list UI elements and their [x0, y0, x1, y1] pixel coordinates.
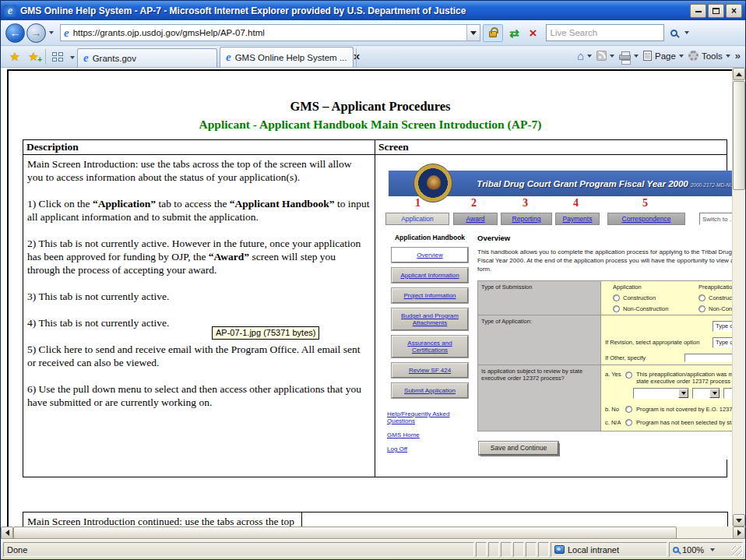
sidebar-link-gms-home[interactable]: GMS Home: [387, 431, 457, 438]
sidebar-button-review-sf-424[interactable]: Review SF 424: [392, 363, 468, 378]
zoom-magnifier-icon: [673, 547, 679, 553]
horizontal-scrollbar[interactable]: [1, 527, 745, 539]
tab-grants-gov[interactable]: e Grants.gov: [77, 48, 217, 67]
if-other-label: If Other, specify: [605, 354, 646, 361]
tools-menu-label: Tools: [702, 51, 723, 61]
step-number-4: 4: [573, 197, 579, 210]
search-icon: [670, 30, 677, 37]
back-button[interactable]: ←: [5, 23, 25, 43]
dropdown-arrow-icon[interactable]: [678, 389, 688, 398]
application-column-label: Application: [613, 284, 698, 291]
gms-tab-application[interactable]: Application: [385, 213, 449, 225]
new-tab-stub[interactable]: [356, 48, 378, 67]
scroll-up-button[interactable]: [733, 68, 745, 80]
review-day-select[interactable]: [692, 388, 720, 399]
print-button[interactable]: [619, 51, 639, 60]
url-text[interactable]: https://grants.ojp.usdoj.gov/gmsHelp/AP-…: [73, 28, 466, 37]
minimize-button[interactable]: [690, 4, 706, 18]
gms-step-numbers: 123456: [384, 196, 732, 213]
zoom-control[interactable]: 100%: [669, 542, 743, 557]
quick-tabs-button[interactable]: [48, 48, 67, 65]
gms-tab-payments[interactable]: Payments: [555, 213, 600, 225]
gms-banner-title: Tribal Drug Court Grant Program Fiscal Y…: [453, 179, 732, 188]
application-construction-radio[interactable]: [613, 294, 620, 301]
vertical-scrollbar[interactable]: [732, 68, 745, 527]
page-menu-button[interactable]: Page: [643, 51, 684, 61]
application-non-construction-radio[interactable]: [613, 305, 620, 312]
option-b-radio[interactable]: [625, 406, 632, 413]
scroll-right-button[interactable]: [733, 527, 745, 539]
sidebar-button-applicant-information[interactable]: Applicant Information: [392, 268, 468, 283]
home-button[interactable]: ⌂: [577, 50, 592, 62]
maximize-button[interactable]: [708, 4, 724, 18]
gms-tab-correspondence[interactable]: Correspondence: [607, 213, 685, 225]
resize-grip[interactable]: [732, 546, 742, 556]
preapplication-non-construction-radio[interactable]: [698, 305, 706, 312]
zoom-dropdown-icon[interactable]: [710, 548, 715, 551]
sidebar-button-submit-application[interactable]: Submit Application: [392, 383, 468, 398]
page-menu-label: Page: [655, 51, 676, 61]
help-page: GMS – Applicant Procedures Applicant - A…: [7, 69, 732, 527]
security-zone: Local intranet: [551, 542, 667, 557]
sidebar-link-log-off[interactable]: Log Off: [387, 446, 457, 453]
sidebar-button-overview[interactable]: Overview: [392, 248, 468, 262]
address-dropdown-button[interactable]: [466, 25, 480, 41]
review-year-select[interactable]: [723, 388, 732, 399]
stop-button[interactable]: ×: [526, 24, 541, 42]
sidebar-link-help-frequently-asked-questions[interactable]: Help/Frequently Asked Questions: [387, 410, 457, 424]
continued-screen-cell: [302, 512, 728, 527]
gms-tab-award[interactable]: Award: [453, 213, 498, 225]
tools-menu-button[interactable]: Tools: [688, 51, 730, 61]
type-of-revision-select[interactable]: Type of Revision: [713, 337, 732, 348]
option-c-text: Program has not been selected by state f…: [636, 419, 732, 426]
dropdown-arrow-icon[interactable]: [709, 389, 720, 398]
other-specify-input[interactable]: [684, 354, 732, 362]
toolbar-overflow-icon[interactable]: »: [735, 50, 741, 62]
address-bar[interactable]: e https://grants.ojp.usdoj.gov/gmsHelp/A…: [60, 24, 480, 41]
switch-to-select[interactable]: Switch to ...: [699, 213, 732, 225]
search-button[interactable]: [667, 24, 681, 42]
gms-banner-code: 2000-2172-MD-NU: [691, 182, 732, 188]
overview-heading: Overview: [477, 234, 732, 242]
tab-list-dropdown-icon[interactable]: [70, 56, 75, 59]
add-favorite-button[interactable]: ★+: [24, 48, 43, 65]
review-month-select[interactable]: [633, 388, 689, 399]
vertical-scroll-thumb[interactable]: [733, 81, 745, 190]
gear-icon: [688, 51, 698, 61]
content-area: GMS – Applicant Procedures Applicant - A…: [1, 68, 746, 541]
option-a-radio[interactable]: [625, 372, 632, 379]
step-number-1: 1: [415, 197, 421, 210]
continued-description-cell: Main Screen Introduction continued: use …: [23, 512, 302, 527]
option-c-radio[interactable]: [625, 419, 632, 426]
gms-sidebar-links: Help/Frequently Asked QuestionsGMS HomeL…: [387, 410, 476, 453]
refresh-button[interactable]: ⇄: [505, 24, 523, 42]
option-b-label: b. No: [605, 406, 625, 413]
tab-gms-online-help[interactable]: e GMS Online Help System ... ✕: [220, 47, 354, 67]
screen-cell: Tribal Drug Court Grant Program Fiscal Y…: [375, 155, 727, 477]
save-and-continue-button[interactable]: Save and Continue: [479, 442, 558, 455]
close-button[interactable]: ×: [726, 4, 742, 18]
horizontal-scroll-thumb[interactable]: [13, 527, 677, 539]
stop-icon: ×: [530, 26, 537, 40]
gms-sidebar: Application Handbook OverviewApplicant I…: [384, 234, 476, 460]
title-bar: e GMS Online Help System - AP-7 - Micros…: [1, 1, 745, 20]
gms-screenshot: Tribal Drug Court Grant Program Fiscal Y…: [384, 171, 732, 460]
gms-tab-reporting[interactable]: Reporting: [501, 213, 552, 225]
description-cell: Main Screen Introduction: use the tabs a…: [23, 155, 375, 477]
sidebar-button-project-information[interactable]: Project Information: [392, 288, 468, 303]
sidebar-button-budget-and-program-attachments[interactable]: Budget and Program Attachments: [392, 308, 468, 330]
type-of-application-select[interactable]: Type of Application: [713, 321, 732, 332]
scroll-down-button[interactable]: [733, 514, 745, 527]
history-dropdown-icon[interactable]: [49, 31, 54, 34]
security-lock-button[interactable]: [483, 24, 503, 42]
search-options-dropdown-icon[interactable]: [684, 31, 689, 34]
preapplication-construction-radio[interactable]: [698, 294, 706, 301]
favorites-star-icon: ★: [9, 50, 19, 64]
favorites-button[interactable]: ★: [5, 48, 24, 65]
feeds-button[interactable]: [596, 51, 614, 61]
scroll-left-button[interactable]: [1, 527, 13, 539]
browser-window: e GMS Online Help System - AP-7 - Micros…: [0, 0, 746, 560]
sidebar-button-assurances-and-certifications[interactable]: Assurances and Certifications: [392, 336, 468, 357]
search-input[interactable]: Live Search: [546, 24, 664, 41]
forward-button[interactable]: →: [26, 23, 46, 43]
